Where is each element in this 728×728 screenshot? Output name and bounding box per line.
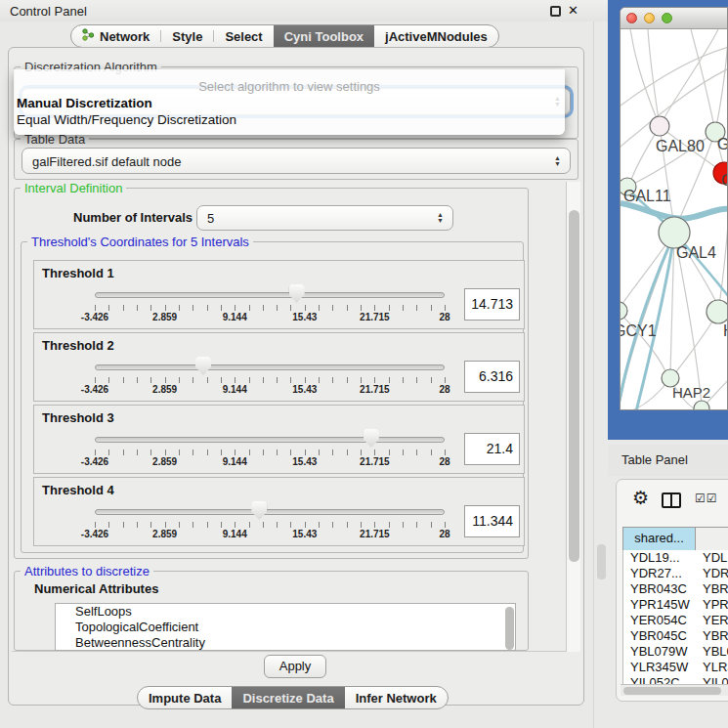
list-item[interactable]: BetweennessCentrality: [56, 635, 515, 651]
tab-infer-network[interactable]: Infer Network: [345, 687, 448, 708]
table-horizontal-scrollbar[interactable]: [621, 684, 728, 696]
network-labels: GAL80 GA C GAL11 GAL4 GCY1 H HAP2: [621, 136, 728, 401]
tick-label: 9.144: [223, 384, 247, 395]
threshold-value-field[interactable]: 14.713: [464, 288, 520, 321]
table-row[interactable]: YBR045CYBR0: [623, 628, 728, 644]
table-row[interactable]: YBL079WYBL0: [623, 644, 728, 660]
threshold-value-field[interactable]: 21.4: [464, 433, 520, 465]
float-icon[interactable]: [550, 6, 561, 17]
table-cell: YER054C: [623, 613, 696, 628]
threshold-3-block: Threshold 3 -3.426 2.859 9.144 15.43 21.…: [33, 405, 525, 474]
node-gcy1[interactable]: [621, 302, 627, 320]
threshold-slider: -3.426 2.859 9.144 15.43 21.715 28: [95, 406, 445, 475]
tick-label: 21.715: [360, 384, 390, 395]
table-cell: YLR345W: [623, 660, 696, 675]
tab-label: Style: [172, 29, 202, 44]
table-row[interactable]: YLR345WYLR3: [623, 660, 728, 675]
table-cell: YDR27...: [623, 566, 696, 581]
threshold-slider: -3.426 2.859 9.144 15.43 21.715 28: [95, 261, 445, 330]
group-attributes-to-discretize: Attributes to discretize Numerical Attri…: [14, 571, 529, 651]
list-item[interactable]: SelfLoops: [56, 604, 515, 620]
slider-handle[interactable]: [195, 357, 211, 375]
node-gal80[interactable]: [650, 116, 669, 136]
select-columns-icons[interactable]: ☑☑: [695, 492, 718, 505]
list-scrollbar-thumb[interactable]: [505, 607, 514, 650]
network-inner-window: GAL80 GA C GAL11 GAL4 GCY1 H HAP2: [620, 7, 728, 410]
split-view-icon[interactable]: [662, 492, 681, 508]
network-window-titlebar[interactable]: [621, 8, 728, 29]
number-of-intervals-combobox[interactable]: 5 ▲▼: [196, 205, 453, 231]
tab-select[interactable]: Select: [214, 25, 273, 47]
numerical-attributes-label: Numerical Attributes: [34, 581, 158, 596]
slider-track[interactable]: [95, 364, 445, 370]
slider-track[interactable]: [95, 509, 445, 515]
threshold-value-field[interactable]: 6.316: [464, 361, 520, 393]
tick-label: 9.144: [223, 529, 247, 539]
tick-label: 2.859: [152, 529, 177, 539]
network-canvas[interactable]: GAL80 GA C GAL11 GAL4 GCY1 H HAP2: [621, 29, 728, 410]
scrollbar-thumb[interactable]: [569, 210, 579, 562]
tab-cyni-toolbox[interactable]: Cyni Toolbox: [274, 25, 374, 47]
column-header-shared-name[interactable]: shared...: [623, 528, 696, 550]
tab-label: Select: [225, 29, 262, 44]
popup-item-equal-width-frequency[interactable]: Equal Width/Frequency Discretization: [17, 112, 236, 127]
slider-ticks: [95, 450, 446, 455]
tab-label: Discretize Data: [242, 691, 333, 706]
node-label-partial-h: H: [723, 322, 728, 339]
table-row[interactable]: YBR043CYBR0: [623, 581, 728, 597]
tick-label: 15.43: [292, 456, 317, 467]
tick-label: 15.43: [292, 529, 317, 539]
table-cell: YPR145W: [623, 597, 696, 613]
tab-style[interactable]: Style: [161, 25, 213, 47]
tab-label: Impute Data: [149, 691, 221, 706]
slider-handle[interactable]: [289, 284, 305, 303]
table-cell: YBL079W: [623, 644, 696, 660]
top-tab-group: Network Style Select Cyni Toolbox jActiv…: [70, 24, 499, 48]
list-item[interactable]: TopologicalCoefficient: [56, 620, 515, 635]
tick-label: 15.43: [292, 312, 317, 322]
table-row[interactable]: YDR27...YDR2: [623, 566, 728, 581]
slider-handle[interactable]: [251, 501, 267, 520]
node-partial-bottom[interactable]: [694, 401, 709, 410]
tick-label: -3.426: [81, 529, 108, 539]
threshold-value-field[interactable]: 11.344: [464, 505, 520, 537]
apply-button[interactable]: Apply: [264, 655, 326, 678]
zoom-traffic-light[interactable]: [662, 13, 672, 23]
network-graph: GAL80 GA C GAL11 GAL4 GCY1 H HAP2: [621, 29, 728, 410]
close-icon[interactable]: ✕: [568, 3, 578, 18]
popup-item-manual-discretization[interactable]: Manual Discretization: [17, 96, 152, 110]
table-row[interactable]: YIL052CYIL0: [623, 675, 728, 684]
table-data-combobox[interactable]: galFiltered.sif default node ▲▼: [21, 148, 571, 174]
node-label-hap2: HAP2: [672, 384, 710, 401]
column-header-name[interactable]: na: [696, 528, 728, 550]
main-scrollbar[interactable]: [566, 182, 580, 652]
node-h[interactable]: [707, 300, 728, 323]
node-label-gal4: GAL4: [676, 244, 716, 261]
slider-track[interactable]: [95, 437, 445, 443]
group-thresholds: Threshold's Coordinates for 5 Intervals …: [21, 241, 524, 553]
slider-track[interactable]: [95, 292, 445, 298]
group-interval-definition: Interval Definition Number of Intervals …: [14, 188, 529, 559]
table-rows[interactable]: YDL19...YDL1YDR27...YDR2YBR043CYBR0YPR14…: [622, 550, 728, 684]
panel-title: Control Panel: [10, 4, 87, 19]
network-view-window[interactable]: GAL80 GA C GAL11 GAL4 GCY1 H HAP2: [608, 0, 728, 440]
node-label-gcy1: GCY1: [621, 322, 657, 339]
slider-handle[interactable]: [364, 429, 379, 448]
tab-network[interactable]: Network: [71, 25, 160, 47]
node-label-gal80: GAL80: [656, 138, 705, 154]
table-row[interactable]: YPR145WYPR1: [623, 597, 728, 613]
tab-impute-data[interactable]: Impute Data: [138, 687, 232, 708]
numerical-attributes-list[interactable]: SelfLoopsTopologicalCoefficientBetweenne…: [55, 603, 516, 651]
table-cell: YBR043C: [623, 581, 696, 597]
table-row[interactable]: YDL19...YDL1: [623, 550, 728, 566]
table-header-row: shared... na: [622, 527, 728, 550]
gear-icon[interactable]: ⚙: [632, 489, 649, 507]
minimize-traffic-light[interactable]: [644, 13, 655, 23]
scrollbar-thumb[interactable]: [623, 687, 721, 695]
divider-grip[interactable]: [597, 544, 606, 579]
table-row[interactable]: YER054CYER0: [623, 613, 728, 628]
tab-jactivemnodules[interactable]: jActiveMNodules: [374, 25, 498, 47]
tab-discretize-data[interactable]: Discretize Data: [232, 687, 344, 708]
tick-label: 21.715: [360, 312, 390, 322]
close-traffic-light[interactable]: [626, 13, 637, 23]
